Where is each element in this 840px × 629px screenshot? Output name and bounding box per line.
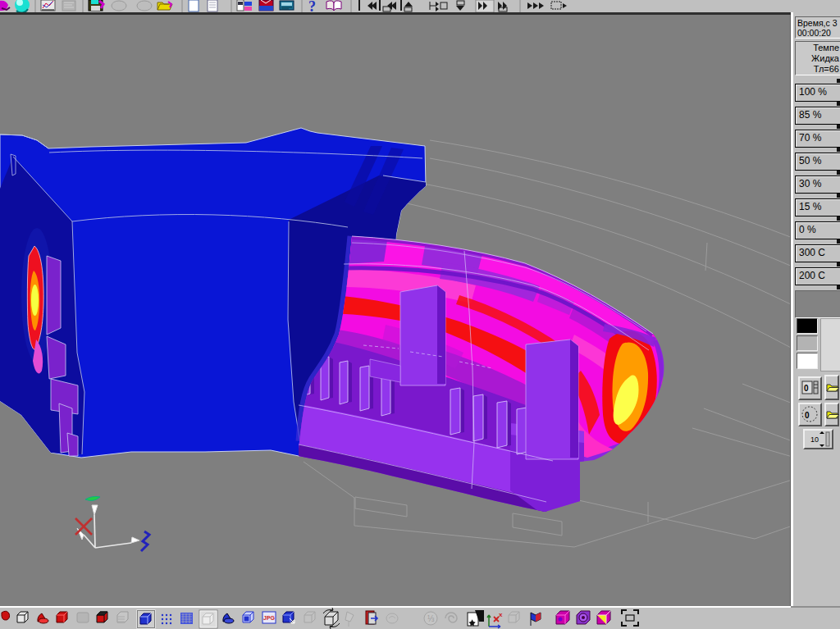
svg-text:0: 0 bbox=[805, 411, 810, 420]
svg-text:10: 10 bbox=[810, 435, 819, 444]
svg-text:JPG: JPG bbox=[263, 615, 276, 621]
svg-text:?: ? bbox=[308, 0, 316, 12]
svg-text:0: 0 bbox=[804, 384, 809, 393]
svg-text:x: x bbox=[499, 611, 503, 618]
svg-text:⅓: ⅓ bbox=[427, 614, 435, 623]
